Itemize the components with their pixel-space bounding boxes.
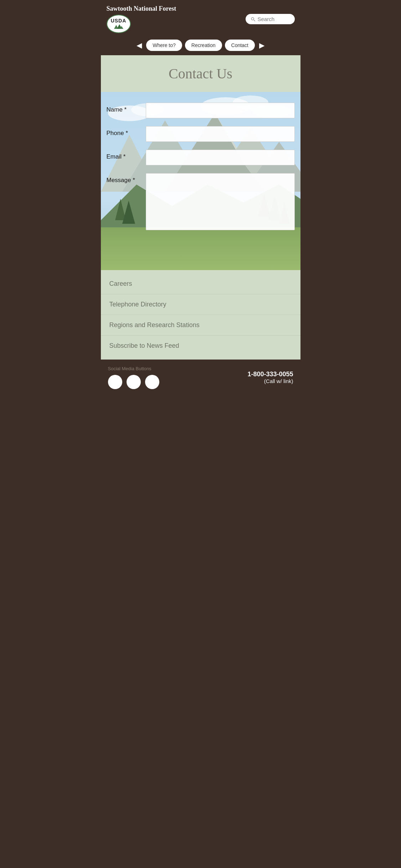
form-row-phone: Phone * xyxy=(107,126,295,142)
nav-left-arrow[interactable]: ◀ xyxy=(135,41,143,50)
social-section: Social Media Buttons xyxy=(108,366,159,389)
nav-btn-where-to[interactable]: Where to? xyxy=(146,40,182,51)
message-textarea[interactable] xyxy=(146,173,295,230)
header-left: Sawtooth National Forest USDA xyxy=(107,5,176,33)
social-icon-3[interactable] xyxy=(145,375,159,389)
svg-rect-18 xyxy=(101,227,300,270)
svg-line-4 xyxy=(254,20,255,21)
footer-link-careers[interactable]: Careers xyxy=(101,274,300,294)
phone-note: (Call w/ link) xyxy=(264,378,293,384)
name-input[interactable] xyxy=(146,103,295,118)
footer-link-telephone[interactable]: Telephone Directory xyxy=(101,294,300,315)
form-content: Name * Phone * Email * Message * xyxy=(107,103,295,230)
social-icon-2[interactable] xyxy=(127,375,141,389)
email-label: Email * xyxy=(107,150,146,160)
site-title: Sawtooth National Forest xyxy=(107,5,176,12)
nav-btn-contact[interactable]: Contact xyxy=(225,40,255,51)
form-row-message: Message * xyxy=(107,173,295,230)
page-title: Contact Us xyxy=(108,65,293,82)
nav-buttons: Where to? Recreation Contact xyxy=(146,40,255,51)
social-icon-1[interactable] xyxy=(108,375,122,389)
social-icons xyxy=(108,375,159,389)
footer-link-subscribe-text: Subscribe to News Feed xyxy=(109,342,179,349)
nav-bar: ◀ Where to? Recreation Contact ▶ xyxy=(101,37,300,55)
footer-link-regions-text: Regions and Research Stations xyxy=(109,321,200,329)
page-title-section: Contact Us xyxy=(101,55,300,92)
phone-input[interactable] xyxy=(146,126,295,142)
nav-btn-recreation[interactable]: Recreation xyxy=(185,40,222,51)
form-row-name: Name * xyxy=(107,103,295,118)
phone-label: Phone * xyxy=(107,126,146,137)
search-icon xyxy=(251,17,256,22)
usda-mountains-icon xyxy=(111,24,127,30)
footer-link-regions[interactable]: Regions and Research Stations xyxy=(101,315,300,336)
form-section: Name * Phone * Email * Message * xyxy=(101,92,300,270)
message-label: Message * xyxy=(107,173,146,184)
usda-logo-text: USDA xyxy=(111,18,127,24)
svg-point-3 xyxy=(251,17,254,20)
footer-links-section: Careers Telephone Directory Regions and … xyxy=(101,270,300,360)
email-input[interactable] xyxy=(146,150,295,165)
form-row-email: Email * xyxy=(107,150,295,165)
nav-right-arrow[interactable]: ▶ xyxy=(258,41,266,50)
usda-logo: USDA xyxy=(107,15,131,33)
footer-link-careers-text: Careers xyxy=(109,280,132,287)
site-header: Sawtooth National Forest USDA xyxy=(101,0,300,37)
social-label: Social Media Buttons xyxy=(108,366,159,371)
phone-section[interactable]: 1-800-333-0055 (Call w/ link) xyxy=(247,371,293,384)
footer-link-subscribe[interactable]: Subscribe to News Feed xyxy=(101,336,300,356)
phone-number: 1-800-333-0055 xyxy=(247,371,293,378)
bottom-bar: Social Media Buttons 1-800-333-0055 (Cal… xyxy=(101,360,300,396)
name-label: Name * xyxy=(107,103,146,113)
footer-link-telephone-text: Telephone Directory xyxy=(109,301,166,308)
search-input[interactable] xyxy=(258,16,290,22)
search-box[interactable] xyxy=(246,14,295,24)
